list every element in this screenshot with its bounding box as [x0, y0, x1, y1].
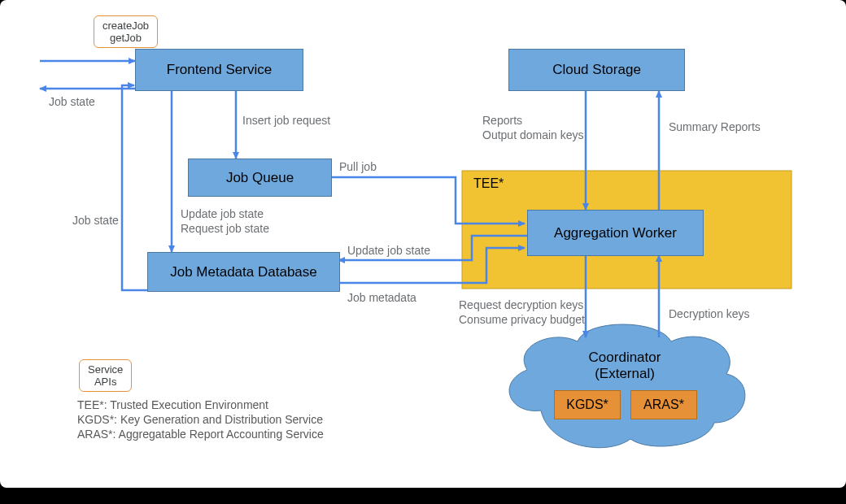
aras-label: ARAS* [643, 398, 684, 412]
kgds-box: KGDS* [554, 390, 621, 419]
cloud-storage-box: Cloud Storage [508, 49, 685, 91]
api-labels-top: createJob getJob [94, 15, 158, 48]
label-pull-job: Pull job [339, 160, 377, 173]
job-queue-box: Job Queue [188, 159, 332, 197]
job-metadata-db-box: Job Metadata Database [147, 252, 340, 292]
label-job-state-out: Job state [49, 95, 95, 108]
frontend-service-box: Frontend Service [135, 49, 303, 91]
api-getJob: getJob [102, 32, 149, 44]
api-createJob: createJob [102, 20, 149, 32]
job-queue-label: Job Queue [226, 170, 294, 186]
label-update-job-state-1: Update job state [181, 207, 264, 220]
job-metadata-db-label: Job Metadata Database [170, 264, 317, 280]
label-job-state-loop: Job state [72, 214, 119, 227]
aggregation-worker-label: Aggregation Worker [554, 225, 677, 241]
label-output-domain: Output domain keys [482, 128, 584, 141]
api-legend-line2: APIs [88, 376, 123, 388]
label-update-job-state-right: Update job state [347, 244, 430, 257]
cloud-storage-label: Cloud Storage [552, 62, 641, 78]
legend-kgds: KGDS*: Key Generation and Distribution S… [77, 413, 323, 426]
label-reports: Reports [482, 114, 522, 127]
coordinator-title: Coordinator (External) [535, 350, 714, 382]
coordinator-cloud [509, 324, 745, 448]
api-legend-line1: Service [88, 363, 123, 376]
kgds-label: KGDS* [566, 398, 608, 412]
label-decryption-keys: Decryption keys [669, 307, 750, 320]
coordinator-title-line1: Coordinator [535, 350, 714, 366]
legend-aras: ARAS*: Aggregatable Report Accounting Se… [77, 428, 324, 441]
label-job-metadata: Job metadata [347, 291, 416, 304]
label-insert-job: Insert job request [242, 114, 330, 127]
diagram-canvas: createJob getJob Frontend Service Cloud … [0, 0, 846, 488]
arrow-metadata-to-frontend-up [122, 85, 147, 290]
aras-box: ARAS* [630, 390, 697, 419]
tee-label: TEE* [473, 176, 504, 191]
label-request-job-state: Request job state [181, 222, 269, 235]
api-legend-box: Service APIs [79, 359, 132, 392]
coordinator-title-line2: (External) [535, 366, 714, 382]
label-summary-reports: Summary Reports [669, 120, 761, 133]
frontend-service-label: Frontend Service [167, 62, 272, 78]
aggregation-worker-box: Aggregation Worker [527, 210, 704, 256]
legend-tee: TEE*: Trusted Execution Environment [77, 398, 268, 411]
label-consume-budget: Consume privacy budget [459, 313, 585, 326]
label-request-decryption: Request decryption keys [459, 298, 583, 311]
